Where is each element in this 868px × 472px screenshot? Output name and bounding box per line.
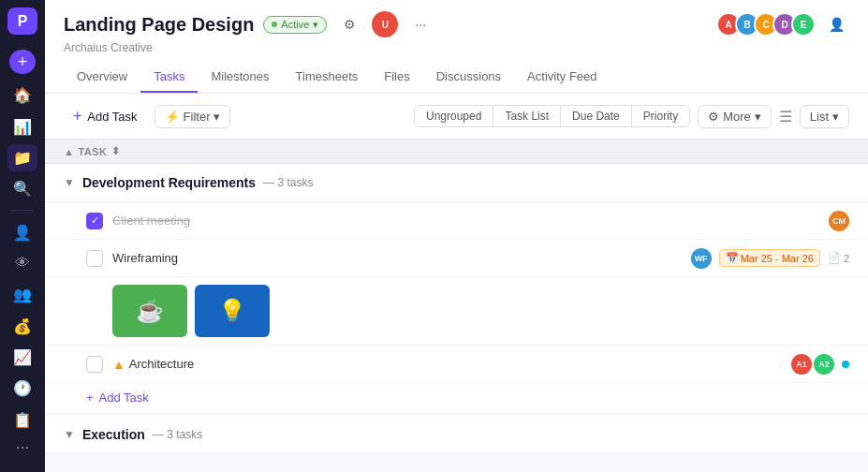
task-avatar-3b: A2 — [814, 354, 834, 375]
settings-button[interactable]: ⚙ — [336, 11, 362, 37]
project-title: Landing Page Design — [64, 14, 254, 36]
avatar-5: E — [791, 12, 816, 37]
filter-chevron: ▾ — [213, 110, 220, 124]
date-badge: 📅 Mar 25 - Mar 26 — [719, 249, 820, 267]
task-name-1: Client meeting — [112, 214, 817, 228]
task-group-dev-requirements: ▼ Development Requirements — 3 tasks ✓ C… — [45, 164, 868, 412]
sidebar-icon-finance[interactable]: 💰 — [7, 312, 37, 339]
sidebar-more[interactable]: ··· — [15, 437, 29, 457]
tab-discussions[interactable]: Discussions — [423, 62, 514, 93]
list-icon: ☰ — [779, 108, 792, 125]
sidebar-icon-tasks[interactable]: 📋 — [7, 406, 37, 434]
due-date-option[interactable]: Due Date — [561, 106, 632, 126]
tab-bar: Overview Tasks Milestones Timesheets Fil… — [64, 62, 849, 93]
header-top: Landing Page Design Active ▾ ⚙ U ··· A B… — [64, 11, 849, 37]
priority-option[interactable]: Priority — [632, 106, 689, 126]
sidebar-icon-home[interactable]: 🏠 — [7, 81, 37, 109]
sidebar-icon-eye[interactable]: 👁 — [7, 250, 37, 277]
more-button[interactable]: ··· — [407, 11, 434, 37]
task-checkbox-3[interactable] — [86, 356, 103, 373]
ungrouped-option[interactable]: Ungrouped — [415, 106, 493, 126]
add-member-button[interactable]: 👤 — [823, 11, 849, 37]
tab-milestones[interactable]: Milestones — [198, 62, 282, 93]
table-row: ▲ Architecture A1 A2 — [45, 346, 868, 383]
toolbar-right: Ungrouped Task List Due Date Priority ⚙ … — [414, 105, 849, 128]
add-task-label: Add Task — [99, 391, 149, 405]
more-options-button[interactable]: ⚙ More ▾ — [698, 105, 772, 128]
add-button[interactable]: + — [9, 50, 36, 74]
header-right: A B C D E 👤 — [716, 11, 849, 37]
main-content: Landing Page Design Active ▾ ⚙ U ··· A B… — [45, 0, 868, 472]
sort-icon: ⬍ — [111, 145, 121, 157]
task-group-execution: ▼ Execution — 3 tasks — [45, 416, 868, 454]
more-chevron: ▾ — [755, 110, 761, 124]
add-task-plus-icon: + — [86, 391, 94, 405]
sidebar-icon-chart[interactable]: 📈 — [7, 344, 37, 371]
project-subtitle: Archaius Creative — [64, 41, 849, 54]
tab-overview[interactable]: Overview — [64, 62, 140, 93]
sidebar-icon-projects[interactable]: 📁 — [7, 144, 37, 171]
task-avatar-2: WF — [691, 248, 712, 269]
group-count-execution: — 3 tasks — [153, 428, 202, 441]
date-range: Mar 25 - Mar 26 — [741, 253, 814, 264]
task-avatar-3a: A1 — [791, 354, 812, 375]
table-row: ✓ Client meeting CM — [45, 202, 868, 240]
group-header-dev[interactable]: ▼ Development Requirements — 3 tasks — [45, 164, 868, 202]
chevron-up-icon: ▲ — [64, 146, 74, 157]
sidebar-icon-team[interactable]: 👥 — [7, 281, 37, 308]
task-checkbox-1[interactable]: ✓ — [86, 213, 103, 229]
tab-tasks[interactable]: Tasks — [140, 62, 198, 93]
status-label: Active — [281, 19, 309, 30]
status-chevron: ▾ — [313, 19, 318, 31]
sidebar: P + 🏠 📊 📁 🔍 👤 👁 👥 💰 📈 🕐 📋 ··· — [0, 0, 45, 472]
add-task-row[interactable]: + Add Task — [45, 383, 868, 412]
group-title-dev: Development Requirements — [82, 175, 256, 190]
priority-up-icon: ▲ — [112, 357, 125, 372]
status-badge[interactable]: Active ▾ — [263, 16, 327, 34]
avatar-group: A B C D E — [716, 12, 816, 37]
tab-files[interactable]: Files — [371, 62, 422, 93]
files-count: 2 — [844, 253, 849, 264]
thumbnail-2[interactable]: 💡 — [195, 285, 270, 337]
thumbnails-row: ☕ 💡 — [45, 277, 868, 346]
app-logo[interactable]: P — [7, 7, 37, 35]
sidebar-icon-search[interactable]: 🔍 — [7, 175, 37, 202]
sidebar-divider — [11, 210, 34, 211]
task-col-label[interactable]: ▲ TASK ⬍ — [64, 145, 120, 157]
task-meta-3: A1 A2 — [791, 354, 849, 375]
group-count-dev: — 3 tasks — [263, 176, 313, 189]
add-task-button[interactable]: + Add Task — [64, 103, 147, 129]
list-view-button[interactable]: List ▾ — [800, 105, 849, 128]
toolbar-left: + Add Task ⚡ Filter ▾ — [64, 103, 230, 129]
task-list-option[interactable]: Task List — [493, 106, 561, 126]
execution-collapse-icon: ▼ — [64, 428, 75, 441]
list-view-label: List — [810, 110, 829, 124]
task-meta-1: CM — [829, 211, 849, 231]
task-name-3: Architecture — [129, 357, 780, 371]
sidebar-icon-clock[interactable]: 🕐 — [7, 375, 37, 402]
content-area: ▲ TASK ⬍ ▼ Development Requirements — 3 … — [45, 140, 868, 472]
table-row: Wireframing WF 📅 Mar 25 - Mar 26 📄 2 — [45, 240, 868, 277]
file-icon: 📄 — [828, 252, 841, 264]
tab-activity-feed[interactable]: Activity Feed — [514, 62, 610, 93]
sidebar-icon-dashboard[interactable]: 📊 — [7, 112, 37, 140]
user-avatar[interactable]: U — [372, 11, 398, 37]
calendar-icon: 📅 — [726, 252, 739, 264]
task-column-header: ▲ TASK ⬍ — [45, 140, 868, 164]
filter-button[interactable]: ⚡ Filter ▾ — [154, 105, 231, 128]
filter-label: Filter — [184, 110, 211, 124]
group-header-execution[interactable]: ▼ Execution — 3 tasks — [45, 416, 868, 454]
thumbnail-1[interactable]: ☕ — [112, 285, 187, 337]
tab-timesheets[interactable]: Timesheets — [283, 62, 372, 93]
group-title-execution: Execution — [82, 427, 145, 442]
list-chevron: ▾ — [832, 110, 839, 124]
filter-icon: ⚡ — [165, 110, 180, 124]
task-checkbox-2[interactable] — [86, 250, 103, 267]
sidebar-icon-user[interactable]: 👤 — [7, 218, 37, 245]
header-left: Landing Page Design Active ▾ ⚙ U ··· — [64, 11, 434, 37]
status-dot — [272, 22, 277, 27]
task-meta-2: WF 📅 Mar 25 - Mar 26 📄 2 — [691, 248, 849, 269]
task-avatar-1: CM — [829, 211, 849, 231]
group-collapse-icon: ▼ — [64, 176, 75, 189]
view-options: Ungrouped Task List Due Date Priority — [414, 105, 690, 127]
